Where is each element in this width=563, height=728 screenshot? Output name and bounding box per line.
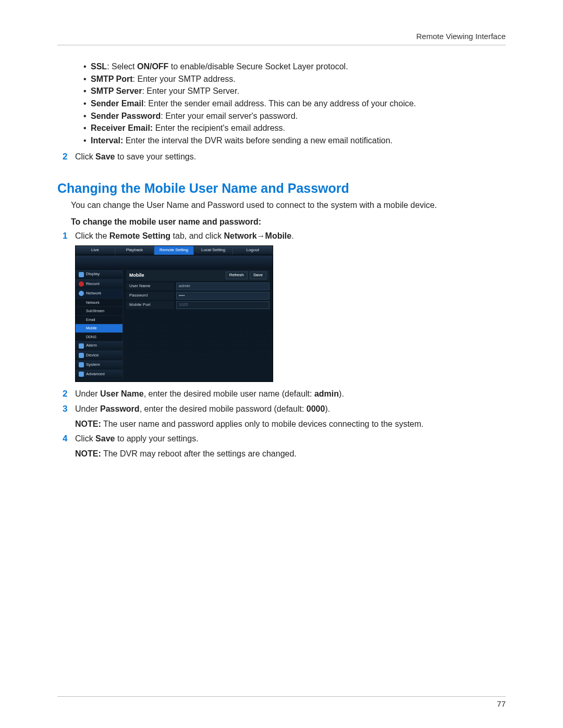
device-icon	[79, 353, 84, 358]
tab-logout[interactable]: Logout	[233, 246, 273, 255]
form-row-username: User Name admin	[126, 282, 270, 290]
note: NOTE: The user name and password applies…	[75, 418, 506, 430]
step-text: Under Password, enter the desired mobile…	[75, 403, 506, 415]
step-text: Under User Name, enter the desired mobil…	[75, 388, 506, 400]
step-text: Click the Remote Setting tab, and click …	[75, 230, 506, 242]
save-button[interactable]: Save	[250, 272, 266, 279]
tab-live[interactable]: Live	[76, 246, 115, 255]
sidebar-item-device[interactable]: Device	[76, 351, 123, 360]
refresh-button[interactable]: Refresh	[226, 272, 248, 279]
section-header: Remote Viewing Interface	[57, 31, 506, 42]
record-icon	[79, 281, 84, 287]
sidebar-item-record[interactable]: Record	[76, 279, 123, 289]
label-port: Mobile Port	[126, 301, 174, 309]
label-username: User Name	[126, 282, 174, 290]
input-password[interactable]: ••••	[176, 292, 270, 300]
step: 4 Click Save to apply your settings.	[63, 433, 506, 445]
step: 2 Under User Name, enter the desired mob…	[63, 388, 506, 400]
tab-local-setting[interactable]: Local Setting	[194, 246, 234, 255]
input-port[interactable]: 1025	[176, 301, 270, 309]
step-text: Click Save to save your settings.	[75, 151, 506, 163]
sidebar-sub-network[interactable]: Network	[76, 299, 123, 307]
panel-title: Mobile	[129, 272, 144, 278]
monitor-icon	[79, 272, 84, 277]
page: Remote Viewing Interface SSL: Select ON/…	[0, 0, 563, 728]
panel-header: Mobile Refresh Save	[126, 270, 270, 281]
note: NOTE: The DVR may reboot after the setti…	[75, 448, 506, 460]
sidebar-sub-ddns[interactable]: DDNS	[76, 333, 123, 341]
header-rule	[57, 45, 506, 45]
tab-remote-setting[interactable]: Remote Setting	[154, 246, 194, 255]
step-number: 3	[63, 403, 75, 415]
subheading: To change the mobile user name and passw…	[71, 216, 506, 228]
step: 2 Click Save to save your settings.	[63, 151, 506, 163]
sidebar-item-network[interactable]: Network	[76, 289, 123, 299]
sidebar-sub-mobile[interactable]: Mobile	[76, 324, 123, 332]
list-item: SMTP Port: Enter your SMTP address.	[83, 73, 506, 85]
dvr-band	[76, 255, 273, 269]
gear-icon	[79, 362, 84, 367]
dvr-main: Mobile Refresh Save User Name admin Pass…	[123, 269, 273, 379]
list-item: Receiver Email: Enter the recipient's em…	[83, 122, 506, 134]
sidebar-item-advanced[interactable]: Advanced	[76, 370, 123, 379]
bullet-list: SSL: Select ON/OFF to enable/disable Sec…	[83, 61, 506, 146]
dvr-screenshot: Live Playback Remote Setting Local Setti…	[75, 245, 273, 382]
step: 3 Under Password, enter the desired mobi…	[63, 403, 506, 415]
sidebar-item-system[interactable]: System	[76, 361, 123, 370]
globe-icon	[79, 291, 84, 296]
dvr-sidebar: Display Record Network Network SubStream…	[76, 269, 123, 379]
list-item: Sender Email: Enter the sender email add…	[83, 98, 506, 109]
list-item: SMTP Server: Enter your SMTP Server.	[83, 85, 506, 97]
sidebar-item-display[interactable]: Display	[76, 270, 123, 279]
dvr-tabbar: Live Playback Remote Setting Local Setti…	[76, 246, 273, 255]
alarm-icon	[79, 343, 84, 349]
sidebar-item-alarm[interactable]: Alarm	[76, 341, 123, 351]
list-item: SSL: Select ON/OFF to enable/disable Sec…	[83, 61, 506, 72]
input-username[interactable]: admin	[176, 282, 270, 290]
sidebar-sub-substream[interactable]: SubStream	[76, 307, 123, 315]
step-number: 4	[63, 433, 75, 445]
form-row-port: Mobile Port 1025	[126, 301, 270, 309]
step-number: 2	[63, 151, 75, 163]
step: 1 Click the Remote Setting tab, and clic…	[63, 230, 506, 242]
footer-rule	[57, 696, 506, 697]
step-number: 2	[63, 388, 75, 400]
intro-text: You can change the User Name and Passwor…	[71, 200, 506, 211]
step-number: 1	[63, 230, 75, 242]
tab-playback[interactable]: Playback	[115, 246, 155, 255]
list-item: Sender Password: Enter your email server…	[83, 110, 506, 122]
sidebar-sub-email[interactable]: Email	[76, 316, 123, 324]
form-row-password: Password ••••	[126, 292, 270, 300]
section-title: Changing the Mobile User Name and Passwo…	[57, 180, 506, 198]
label-password: Password	[126, 292, 174, 300]
page-number: 77	[497, 699, 506, 709]
wrench-icon	[79, 372, 84, 377]
list-item: Interval: Enter the interval the DVR wai…	[83, 135, 506, 146]
step-text: Click Save to apply your settings.	[75, 433, 506, 445]
